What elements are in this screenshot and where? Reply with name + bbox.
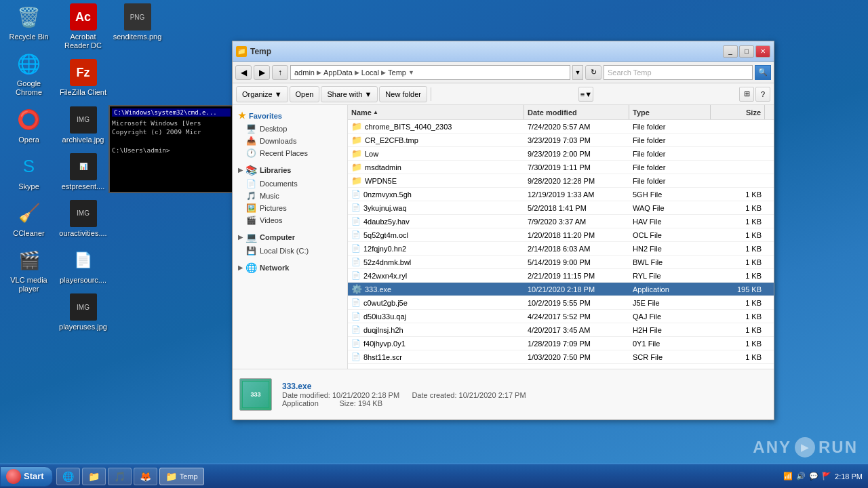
- col-header-type[interactable]: Type: [629, 105, 711, 119]
- libraries-header[interactable]: ▶ 📚 Libraries: [233, 163, 347, 178]
- table-row[interactable]: 📄duqjlnsj.h2h 4/20/2017 3:45 AM H2H File…: [348, 323, 774, 337]
- taskbar-media[interactable]: 🎵: [108, 468, 132, 485]
- file-list: Name ▲ Date modified Type Size: [348, 105, 774, 369]
- computer-header[interactable]: ▶ 💻 Computer: [233, 230, 347, 245]
- ouractivities-icon[interactable]: IMG ouractivities....: [58, 200, 108, 238]
- up-button[interactable]: ↑: [272, 65, 288, 80]
- playeruses-icon[interactable]: IMG playeruses.jpg: [58, 293, 108, 331]
- close-button[interactable]: ✕: [755, 45, 770, 58]
- status-dates: Date modified: 10/21/2020 2:18 PM Date c…: [282, 391, 767, 399]
- table-row[interactable]: 📄242wxn4x.ryl 2/21/2019 11:15 PM RYL Fil…: [348, 269, 774, 283]
- open-button[interactable]: Open: [290, 86, 320, 102]
- table-row[interactable]: 📄5q52gt4m.ocl 1/20/2018 11:20 PM OCL Fil…: [348, 228, 774, 242]
- senditems-area: PNG senditems.png: [112, 3, 163, 47]
- status-filename: 333.exe: [282, 382, 767, 391]
- col-header-date[interactable]: Date modified: [524, 105, 629, 119]
- estpresent-icon[interactable]: 📊 estpresent....: [58, 153, 108, 191]
- table-row[interactable]: 📄3ykujnuj.waq 5/2/2018 1:41 PM WAQ File …: [348, 201, 774, 215]
- address-path[interactable]: admin ▶ AppData ▶ Local ▶ Temp ▼: [290, 65, 570, 80]
- start-button[interactable]: Start: [0, 466, 53, 487]
- status-info: 333.exe Date modified: 10/21/2020 2:18 P…: [282, 382, 767, 407]
- archivela-icon[interactable]: IMG archivela.jpg: [58, 106, 108, 144]
- column-headers: Name ▲ Date modified Type Size: [348, 105, 774, 120]
- taskbar-temp-window[interactable]: 📁 Temp: [159, 468, 204, 485]
- title-bar: 📁 Temp _ □ ✕: [233, 41, 774, 62]
- filezilla-icon[interactable]: Fz FileZilla Client: [58, 59, 108, 97]
- title-buttons: _ □ ✕: [723, 45, 770, 58]
- path-part-temp: Temp: [388, 68, 406, 77]
- share-with-button[interactable]: Share with ▼: [321, 86, 378, 102]
- refresh-button[interactable]: ↻: [585, 65, 601, 80]
- tray-flag-icon: 🚩: [822, 472, 831, 481]
- table-row[interactable]: 📁Low 9/23/2019 2:00 PM File folder: [348, 147, 774, 161]
- nav-downloads[interactable]: 📥 Downloads: [233, 135, 347, 147]
- col-header-name[interactable]: Name ▲: [348, 105, 524, 119]
- skype-icon[interactable]: S Skype: [3, 153, 54, 191]
- table-row[interactable]: 📁msdtadmin 7/30/2019 1:11 PM File folder: [348, 161, 774, 174]
- new-folder-button[interactable]: New folder: [379, 86, 427, 102]
- taskbar-firefox[interactable]: 🦊: [134, 468, 157, 485]
- table-row[interactable]: 📄c0wut2gb.j5e 10/2/2019 5:55 PM J5E File…: [348, 296, 774, 310]
- google-chrome-icon[interactable]: 🌐 Google Chrome: [3, 50, 54, 97]
- organize-button[interactable]: Organize ▼: [236, 86, 288, 102]
- search-box[interactable]: Search Temp: [604, 65, 753, 80]
- table-row[interactable]: 📁WPDN5E 9/28/2020 12:28 PM File folder: [348, 174, 774, 188]
- back-button[interactable]: ◀: [235, 65, 252, 80]
- view-options-button[interactable]: ≡▼: [578, 87, 593, 102]
- playersource-icon[interactable]: 📄 playersourc....: [58, 247, 108, 285]
- anyrun-watermark: ANY ▶ RUN: [753, 437, 858, 458]
- table-row[interactable]: 📄4daubz5y.hav 7/9/2020 3:37 AM HAV File …: [348, 215, 774, 228]
- opera-icon[interactable]: ⭕ Opera: [3, 106, 54, 144]
- table-row[interactable]: 📁chrome_BITS_4040_2303 7/24/2020 5:57 AM…: [348, 120, 774, 134]
- main-content: ★ Favorites 🖥️ Desktop 📥 Downloads 🕐 Rec…: [233, 105, 774, 369]
- table-row[interactable]: 📄d50iu33u.qaj 4/24/2017 5:52 PM QAJ File…: [348, 310, 774, 323]
- system-tray: 📶 🔊 💬 🚩 2:18 PM: [778, 472, 868, 481]
- libraries-section: ▶ 📚 Libraries 📄 Documents 🎵 Music 🖼️: [233, 163, 347, 226]
- path-part-local: Local: [361, 68, 379, 77]
- table-row[interactable]: 📄0nzmvyxn.5gh 12/19/2019 1:33 AM 5GH Fil…: [348, 188, 774, 201]
- acrobat-icon[interactable]: Ac Acrobat Reader DC: [58, 3, 108, 50]
- taskbar-ie[interactable]: 🌐: [56, 468, 80, 485]
- nav-documents[interactable]: 📄 Documents: [233, 178, 347, 190]
- path-part-appdata: AppData: [323, 68, 353, 77]
- taskbar-explorer[interactable]: 📁: [82, 468, 106, 485]
- favorites-header[interactable]: ★ Favorites: [233, 108, 347, 123]
- search-button[interactable]: 🔍: [755, 65, 771, 80]
- col-header-size[interactable]: Size: [711, 105, 765, 119]
- help-button[interactable]: ?: [755, 87, 770, 102]
- vlc-icon[interactable]: 🎬 VLC media player: [3, 247, 54, 293]
- minimize-button[interactable]: _: [723, 45, 738, 58]
- desktop-icons-col1: 🗑️ Recycle Bin 🌐 Google Chrome ⭕ Opera S…: [3, 3, 54, 300]
- forward-button[interactable]: ▶: [254, 65, 270, 80]
- table-row[interactable]: 📄52z4dnmk.bwl 5/14/2019 9:00 PM BWL File…: [348, 256, 774, 269]
- status-type-size: Application Size: 194 KB: [282, 399, 767, 407]
- desktop: 🗑️ Recycle Bin 🌐 Google Chrome ⭕ Opera S…: [0, 0, 868, 488]
- recycle-bin-icon[interactable]: 🗑️ Recycle Bin: [3, 3, 54, 41]
- network-header[interactable]: ▶ 🌐 Network: [233, 260, 347, 275]
- maximize-button[interactable]: □: [739, 45, 754, 58]
- table-row-selected[interactable]: ⚙️333.exe 10/21/2020 2:18 PM Application…: [348, 283, 774, 296]
- address-dropdown[interactable]: ▼: [572, 65, 583, 80]
- table-row[interactable]: 📁CR_E2CFB.tmp 3/23/2019 7:03 PM File fol…: [348, 134, 774, 147]
- address-bar: ◀ ▶ ↑ admin ▶ AppData ▶ Local ▶ Temp ▼ ▼…: [233, 62, 774, 83]
- nav-videos[interactable]: 🎬 Videos: [233, 214, 347, 226]
- favorites-section: ★ Favorites 🖥️ Desktop 📥 Downloads 🕐 Rec…: [233, 108, 347, 159]
- nav-pane: ★ Favorites 🖥️ Desktop 📥 Downloads 🕐 Rec…: [233, 105, 348, 369]
- table-row[interactable]: 📄12fqjny0.hn2 2/14/2018 6:03 AM HN2 File…: [348, 242, 774, 256]
- senditems-icon[interactable]: PNG senditems.png: [112, 3, 163, 41]
- change-view-button[interactable]: ⊞: [739, 87, 754, 102]
- path-part-admin: admin: [294, 68, 315, 77]
- nav-desktop[interactable]: 🖥️ Desktop: [233, 123, 347, 135]
- desktop-icons-col2: Ac Acrobat Reader DC Fz FileZilla Client…: [58, 3, 108, 338]
- status-bar: 333 333.exe Date modified: 10/21/2020 2:…: [233, 369, 774, 420]
- toolbar: Organize ▼ Open Share with ▼ New folder …: [233, 83, 774, 105]
- nav-pictures[interactable]: 🖼️ Pictures: [233, 202, 347, 214]
- table-row[interactable]: 📄8hst11e.scr 1/03/2020 7:50 PM SCR File …: [348, 350, 774, 364]
- start-orb: [6, 469, 21, 484]
- table-row[interactable]: 📄f40jhyvp.0y1 1/28/2019 7:09 PM 0Y1 File…: [348, 337, 774, 350]
- nav-recent-places[interactable]: 🕐 Recent Places: [233, 147, 347, 159]
- explorer-window: 📁 Temp _ □ ✕ ◀ ▶ ↑ admin ▶ AppData ▶ Loc…: [232, 41, 774, 420]
- nav-local-disk[interactable]: 💾 Local Disk (C:): [233, 245, 347, 257]
- nav-music[interactable]: 🎵 Music: [233, 190, 347, 202]
- ccleaner-icon[interactable]: 🧹 CCleaner: [3, 200, 54, 238]
